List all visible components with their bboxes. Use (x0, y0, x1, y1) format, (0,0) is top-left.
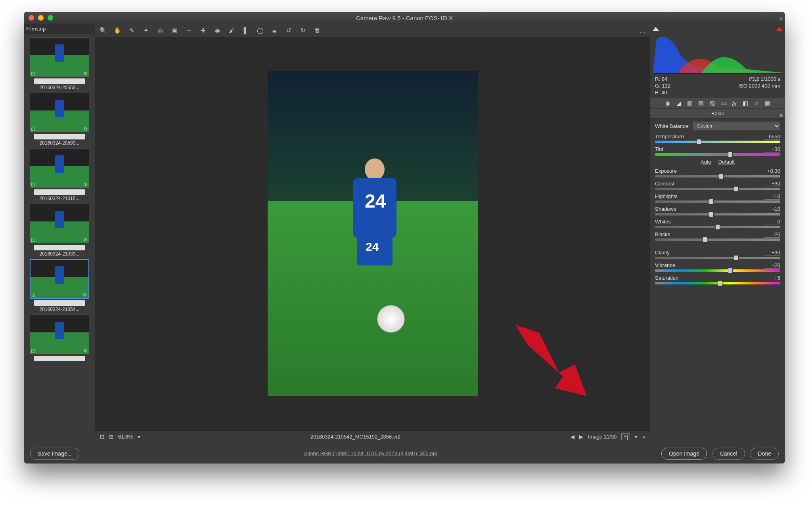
slider-track[interactable] (655, 213, 780, 216)
slider-knob[interactable] (709, 199, 714, 204)
compare-menu-icon[interactable]: ▾ (635, 434, 638, 440)
highlight-clip-icon[interactable] (776, 27, 783, 31)
fullscreen-icon[interactable]: ⛶ (638, 27, 646, 34)
rating-bar[interactable] (34, 300, 85, 306)
preview-prefs-icon[interactable]: ≡ (642, 434, 645, 440)
zoom-dropdown-icon[interactable]: ▾ (138, 434, 140, 440)
slider-tint: Tint+30 (655, 146, 780, 156)
rating-bar[interactable] (34, 356, 85, 361)
list-icon[interactable]: ≣ (270, 27, 278, 34)
prev-image-icon[interactable]: ◀ (571, 434, 575, 440)
slider-track[interactable] (655, 200, 780, 203)
tab-curve[interactable]: ◢ (675, 99, 683, 107)
slider-knob[interactable] (703, 237, 707, 242)
auto-link[interactable]: Auto (701, 159, 711, 165)
filmstrip-thumb[interactable]: ◫ ⚙ 20160324-20553... (30, 37, 89, 90)
slider-value[interactable]: +30 (764, 181, 780, 187)
slider-track[interactable] (655, 175, 780, 177)
panel-menu-icon[interactable]: ≡ (779, 111, 783, 120)
rating-bar[interactable] (34, 189, 85, 195)
filmstrip-thumb[interactable]: ◫ ⚙ 20160324-21015... (30, 148, 89, 201)
tab-hsl[interactable]: ▤ (697, 99, 705, 107)
slider-knob[interactable] (728, 268, 733, 273)
preview-area[interactable]: 24 24 (95, 37, 650, 430)
fit-window-icon[interactable]: ⊞ (109, 434, 113, 440)
tab-detail[interactable]: ▥ (686, 99, 694, 107)
grad-filter-icon[interactable]: ▌ (242, 27, 250, 34)
done-button[interactable]: Done (751, 448, 779, 460)
rotate-cw-icon[interactable]: ↻ (299, 27, 307, 34)
tab-split[interactable]: ▨ (708, 99, 716, 107)
slider-value[interactable]: 6550 (764, 134, 780, 140)
filmstrip-thumb[interactable]: ◫ ⚙ 20160324-21054... (30, 259, 89, 312)
shadow-clip-icon[interactable] (653, 27, 659, 31)
slider-track[interactable] (655, 141, 780, 143)
tab-camera[interactable]: ◧ (741, 99, 749, 107)
slider-knob[interactable] (715, 224, 720, 230)
slider-value[interactable]: 0 (764, 219, 780, 225)
compare-view-icon[interactable]: Y| (621, 433, 630, 440)
slider-value[interactable]: -10 (764, 193, 780, 200)
slider-value[interactable]: -20 (764, 231, 780, 238)
filmstrip-thumb[interactable]: ◫ ⚙ (30, 315, 89, 362)
brush-icon[interactable]: 🖌 (228, 27, 236, 34)
rating-bar[interactable] (34, 78, 85, 84)
rating-bar[interactable] (34, 245, 85, 250)
slider-value[interactable]: +20 (764, 262, 780, 269)
slider-knob[interactable] (719, 174, 724, 179)
filmstrip-list[interactable]: ◫ ⚙ 20160324-20553... ◫ ⚙ 20160324-20593… (24, 34, 95, 443)
histogram[interactable] (653, 26, 783, 74)
open-image-button[interactable]: Open Image (661, 448, 707, 460)
fit-screen-icon[interactable]: ⊡ (100, 434, 104, 440)
rating-bar[interactable] (34, 134, 85, 139)
workflow-options-link[interactable]: Adobe RGB (1998); 16 bit; 1515 by 2273 (… (85, 450, 655, 456)
save-image-button[interactable]: Save Image... (30, 448, 79, 460)
rotate-ccw-icon[interactable]: ↺ (285, 27, 293, 34)
white-balance-select[interactable]: Custom (693, 122, 780, 130)
slider-value[interactable]: +30 (764, 250, 780, 256)
zoom-level[interactable]: 61,6% (118, 434, 133, 440)
slider-knob[interactable] (728, 152, 733, 157)
crop-icon[interactable]: ▣ (170, 27, 178, 34)
slider-value[interactable]: -10 (764, 206, 780, 212)
slider-track[interactable] (655, 238, 780, 241)
slider-track[interactable] (655, 226, 780, 228)
slider-knob[interactable] (734, 255, 739, 261)
slider-track[interactable] (655, 282, 780, 284)
jersey-number: 24 (365, 190, 386, 212)
straighten-icon[interactable]: ═ (185, 27, 193, 34)
slider-track[interactable] (655, 153, 780, 156)
white-balance-icon[interactable]: ✎ (128, 27, 136, 34)
spot-removal-icon[interactable]: ✚ (199, 27, 207, 34)
tab-basic[interactable]: ◉ (664, 99, 672, 107)
next-image-icon[interactable]: ▶ (579, 434, 583, 440)
slider-track[interactable] (655, 269, 780, 272)
radial-filter-icon[interactable]: ◯ (256, 27, 264, 34)
filmstrip-thumb[interactable]: ◫ ⚙ 20160324-21033... (30, 204, 89, 257)
slider-track[interactable] (655, 257, 780, 259)
tab-fx[interactable]: fx (730, 99, 738, 107)
default-link[interactable]: Default (718, 159, 735, 165)
tab-lens[interactable]: ▭ (719, 99, 727, 107)
trash-icon[interactable]: 🗑 (313, 27, 321, 34)
tab-presets[interactable]: ≡ (753, 99, 760, 107)
target-adjust-icon[interactable]: ◎ (156, 27, 164, 34)
slider-knob[interactable] (697, 139, 701, 145)
filmstrip-thumb[interactable]: ◫ ⚙ 20160324-20593... (30, 93, 89, 146)
tab-snapshots[interactable]: ▦ (764, 99, 772, 107)
filmstrip-menu-icon[interactable]: ≡ (779, 13, 783, 24)
hand-icon[interactable]: ✋ (113, 27, 121, 34)
slider-value[interactable]: +0,30 (764, 168, 780, 174)
slider-track[interactable] (655, 188, 780, 190)
color-sampler-icon[interactable]: ✦ (142, 27, 150, 34)
slider-label: Clarity (655, 250, 670, 256)
slider-value[interactable]: +5 (764, 275, 780, 281)
zoom-icon[interactable]: 🔍 (99, 27, 107, 34)
slider-knob[interactable] (734, 186, 739, 192)
cancel-button[interactable]: Cancel (712, 448, 745, 460)
red-eye-icon[interactable]: ◉ (213, 27, 221, 34)
slider-knob[interactable] (718, 280, 722, 286)
slider-knob[interactable] (709, 212, 714, 217)
titlebar: Camera Raw 9.5 - Canon EOS-1D X (24, 12, 785, 24)
slider-value[interactable]: +30 (764, 146, 780, 153)
